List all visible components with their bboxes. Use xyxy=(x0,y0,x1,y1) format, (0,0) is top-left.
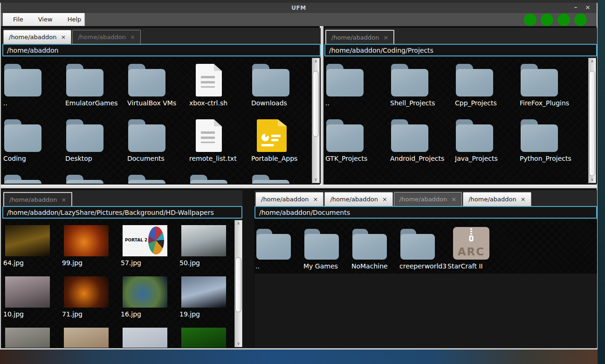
menu-item-file[interactable]: File xyxy=(7,14,29,24)
file-item[interactable]: Portable_Apps xyxy=(250,116,312,171)
tab[interactable]: /home/abaddon× xyxy=(255,192,323,206)
file-item[interactable]: 64.jpg xyxy=(2,222,61,274)
file-item[interactable]: GTK_Projects xyxy=(324,116,389,171)
tab[interactable]: /home/abaddon× xyxy=(463,192,531,206)
file-view[interactable]: 64.jpg99.jpgPORTAL 257.jpg50.jpg10.jpg71… xyxy=(2,220,242,348)
file-item[interactable] xyxy=(120,325,179,348)
file-item[interactable]: .. xyxy=(254,222,302,278)
file-view[interactable]: ..EmulatorGamesVirtualBox VMsxbox-ctrl.s… xyxy=(2,57,321,184)
file-view[interactable]: ..My GamesNoMachinecreeperworld3ARCStarC… xyxy=(254,220,597,348)
tab-close-icon[interactable]: × xyxy=(61,34,66,41)
folder-icon xyxy=(456,64,493,96)
tab[interactable]: /home/abaddon× xyxy=(324,192,392,206)
scrollbar-thumb[interactable] xyxy=(589,71,595,176)
file-item[interactable]: 71.jpg xyxy=(61,274,120,325)
file-item[interactable]: Desktop xyxy=(64,116,126,171)
file-item[interactable] xyxy=(64,171,126,184)
folder-icon xyxy=(326,119,364,152)
scrollbar-up-icon[interactable]: ∧ xyxy=(312,58,319,64)
close-button[interactable]: × xyxy=(582,3,594,13)
tab-close-icon[interactable]: × xyxy=(62,196,67,203)
tab-close-icon[interactable]: × xyxy=(521,196,526,203)
tab-close-icon[interactable]: × xyxy=(382,196,387,203)
window-title: UFM xyxy=(1,5,597,11)
scrollbar-up-icon[interactable]: ∧ xyxy=(235,220,242,227)
file-item[interactable] xyxy=(188,171,250,184)
tab[interactable]: /home/abaddon× xyxy=(394,192,462,206)
tab-close-icon[interactable]: × xyxy=(451,196,456,203)
scrollbar-down-icon[interactable]: ∨ xyxy=(235,341,242,347)
file-item[interactable] xyxy=(61,325,120,348)
menu-item-help[interactable]: Help xyxy=(62,14,87,24)
scrollbar-thumb[interactable] xyxy=(313,71,319,137)
tab[interactable]: /home/abaddon× xyxy=(3,192,72,206)
path-input[interactable] xyxy=(2,44,321,56)
folder-icon xyxy=(521,64,558,96)
file-item[interactable]: xbox-ctrl.sh xyxy=(188,60,250,116)
path-input[interactable] xyxy=(324,44,597,56)
file-item[interactable]: 99.jpg xyxy=(61,222,120,274)
pane-top-left: /home/abaddon×/home/abaddon× ..EmulatorG… xyxy=(2,28,321,184)
green-indicator[interactable] xyxy=(574,14,587,26)
file-item[interactable]: My Games xyxy=(302,222,351,278)
tab-close-icon[interactable]: × xyxy=(313,196,318,203)
file-label: .. xyxy=(324,99,389,107)
file-item[interactable]: FireFox_Plugins xyxy=(519,60,584,116)
tab[interactable]: /home/abaddon× xyxy=(325,30,394,44)
file-item[interactable] xyxy=(250,171,312,184)
tab-close-icon[interactable]: × xyxy=(384,34,389,41)
file-item[interactable] xyxy=(2,171,64,184)
green-indicator[interactable] xyxy=(524,14,536,26)
scrollbar-down-icon[interactable]: ∨ xyxy=(312,177,319,183)
green-indicator[interactable] xyxy=(541,14,553,26)
file-item[interactable]: Documents xyxy=(126,116,188,171)
file-item[interactable]: 16.jpg xyxy=(120,274,179,325)
path-bar xyxy=(324,44,597,57)
file-item[interactable]: PORTAL 257.jpg xyxy=(120,222,179,274)
zipper-pull-icon xyxy=(469,235,474,241)
menu-strip: File View Help xyxy=(1,13,597,26)
scrollbar-thumb[interactable] xyxy=(235,257,241,312)
file-item[interactable]: ARCStarCraft II xyxy=(447,222,495,278)
tab[interactable]: /home/abaddon× xyxy=(3,30,71,44)
file-item[interactable]: EmulatorGames xyxy=(64,60,126,116)
title-bar[interactable]: UFM – × xyxy=(1,3,597,13)
file-item[interactable]: Downloads xyxy=(250,60,312,116)
tab-close-icon[interactable]: × xyxy=(130,34,135,41)
scrollbar[interactable]: ∧ ∨ xyxy=(234,220,242,347)
tab[interactable]: /home/abaddon× xyxy=(72,30,140,44)
scrollbar[interactable]: ∧ ∨ xyxy=(312,58,320,183)
path-bar xyxy=(254,206,597,219)
file-item[interactable] xyxy=(2,325,61,348)
green-indicator[interactable] xyxy=(557,14,570,26)
minimize-button[interactable]: – xyxy=(570,3,582,13)
file-item[interactable]: NoMachine xyxy=(351,222,399,278)
file-item[interactable] xyxy=(179,325,237,348)
file-item[interactable]: .. xyxy=(324,60,389,116)
file-item[interactable]: VirtualBox VMs xyxy=(126,60,188,116)
file-item[interactable] xyxy=(126,171,188,184)
scrollbar-down-icon[interactable]: ∨ xyxy=(589,177,596,183)
file-label: Coding xyxy=(2,155,64,162)
file-item[interactable]: 50.jpg xyxy=(179,222,237,274)
file-item[interactable]: Cpp_Projects xyxy=(454,60,519,116)
path-input[interactable] xyxy=(2,206,242,219)
splitter-vertical-bottom[interactable] xyxy=(241,188,254,348)
scrollbar-up-icon[interactable]: ∧ xyxy=(589,58,596,64)
file-item[interactable]: 10.jpg xyxy=(2,274,61,325)
splitter-horizontal[interactable] xyxy=(1,185,597,188)
file-item[interactable]: Java_Projects xyxy=(454,116,519,171)
file-item[interactable]: creeperworld3 xyxy=(399,222,447,278)
file-item[interactable]: Android_Projects xyxy=(389,116,454,171)
file-item[interactable]: Python_Projects xyxy=(519,116,584,171)
file-item[interactable]: remote_list.txt xyxy=(188,116,250,171)
path-input[interactable] xyxy=(254,206,597,219)
menu-item-view[interactable]: View xyxy=(33,14,58,24)
file-view[interactable]: ..Shell_ProjectsCpp_ProjectsFireFox_Plug… xyxy=(324,57,597,184)
file-item[interactable]: .. xyxy=(2,60,64,116)
file-item[interactable]: Coding xyxy=(2,116,64,171)
file-item[interactable]: Shell_Projects xyxy=(389,60,454,116)
file-item[interactable]: 19.jpg xyxy=(179,274,237,325)
image-thumbnail xyxy=(64,276,109,308)
scrollbar[interactable]: ∧ ∨ xyxy=(588,58,596,183)
